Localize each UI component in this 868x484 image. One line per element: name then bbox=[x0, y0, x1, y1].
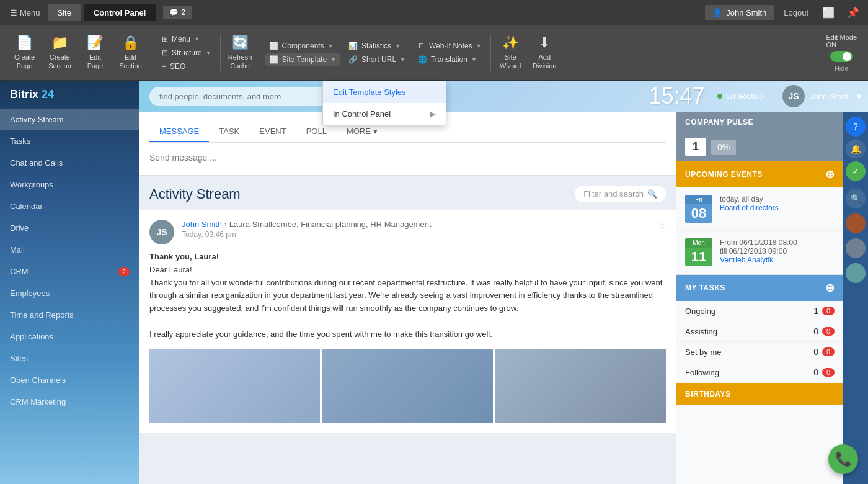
notification-badge[interactable]: 💬 2 bbox=[163, 6, 192, 19]
sidebar-item-calendar[interactable]: Calendar bbox=[0, 195, 140, 217]
menu-toggle[interactable]: ☰ Menu bbox=[5, 6, 45, 20]
sidebar-item-sites[interactable]: Sites bbox=[0, 347, 140, 369]
tab-message[interactable]: MESSAGE bbox=[149, 122, 209, 142]
toolbar-components-group: ⬜ Components ▼ ⬜ Site Template ▼ bbox=[263, 35, 342, 71]
structure-dropdown-button[interactable]: ⊟ Structure ▼ bbox=[158, 47, 215, 59]
control-panel-tab[interactable]: Control Panel bbox=[84, 4, 156, 21]
post-image-3 bbox=[495, 349, 666, 423]
bell-icon-button[interactable]: 🔔 bbox=[846, 139, 866, 159]
task-ongoing-label: Ongoing bbox=[685, 307, 715, 316]
header-avatar: JS bbox=[782, 85, 805, 107]
create-section-button[interactable]: 📁 CreateSection bbox=[43, 29, 77, 76]
sidebar-item-crm[interactable]: CRM 2 bbox=[0, 261, 140, 282]
statistics-chevron-icon: ▼ bbox=[395, 43, 401, 49]
components-chevron-icon: ▼ bbox=[328, 43, 334, 49]
filter-search-box[interactable]: Filter and search 🔍 bbox=[575, 186, 666, 202]
logout-button[interactable]: Logout bbox=[779, 6, 813, 20]
menu-dropdown-button[interactable]: ⊞ Menu ▼ bbox=[158, 33, 215, 45]
event-info-1: today, all day Board of directors bbox=[720, 195, 835, 212]
menu-label: Menu bbox=[20, 8, 40, 17]
edit-mode-toggle[interactable] bbox=[830, 51, 852, 62]
event-info-2: From 06/11/2018 08:00till 06/12/2018 09:… bbox=[720, 238, 835, 264]
create-page-button[interactable]: 📄 CreatePage bbox=[7, 29, 42, 76]
help-icon-button[interactable]: ? bbox=[846, 117, 866, 137]
add-event-button[interactable]: ⊕ bbox=[825, 168, 835, 181]
sidebar-item-workgroups[interactable]: Workgroups bbox=[0, 174, 140, 195]
post-image-2 bbox=[322, 349, 493, 423]
sidebar-item-applications[interactable]: Applications bbox=[0, 326, 140, 347]
task-assisting-count: 0 bbox=[806, 326, 818, 336]
task-following-counts: 0 0 bbox=[806, 367, 835, 377]
hide-link[interactable]: Hide bbox=[835, 65, 849, 72]
sidebar-item-drive[interactable]: Drive bbox=[0, 217, 140, 239]
my-tasks-section: MY TASKS ⊕ Ongoing 1 0 Assisting bbox=[676, 275, 843, 383]
toolbar-stats-group: 📊 Statistics ▼ 🔗 Short URL ▼ bbox=[342, 35, 412, 71]
sidebar-item-crm-marketing[interactable]: CRM Marketing bbox=[0, 391, 140, 413]
search-far-right-icon[interactable]: 🔍 bbox=[846, 189, 866, 208]
webit-notes-button[interactable]: 🗒 Web-It Notes ▼ bbox=[414, 40, 485, 52]
sidebar-item-chat-and-calls[interactable]: Chat and Calls bbox=[0, 152, 140, 174]
edit-template-styles-item[interactable]: Edit Template Styles bbox=[323, 81, 446, 103]
post-author[interactable]: John Smith bbox=[182, 220, 222, 229]
sidebar-item-employees[interactable]: Employees bbox=[0, 282, 140, 304]
event-title-2[interactable]: Vertrieb Analytik bbox=[720, 256, 835, 264]
site-tab[interactable]: Site bbox=[48, 4, 81, 21]
add-task-button[interactable]: ⊕ bbox=[825, 281, 835, 295]
sidebar-item-mail[interactable]: Mail bbox=[0, 239, 140, 261]
statistics-icon: 📊 bbox=[348, 42, 358, 50]
event-day-name-2: Mon bbox=[685, 238, 712, 248]
refresh-cache-label: RefreshCache bbox=[228, 53, 252, 69]
compose-input[interactable] bbox=[149, 150, 666, 165]
task-row-assisting: Assisting 0 0 bbox=[676, 321, 843, 342]
star-icon[interactable]: ☆ bbox=[657, 220, 666, 231]
pulse-area: 1 0% bbox=[676, 133, 843, 161]
short-url-button[interactable]: 🔗 Short URL ▼ bbox=[345, 53, 409, 66]
sidebar-item-time-and-reports[interactable]: Time and Reports bbox=[0, 304, 140, 326]
post-greeting: Thank you, Laura! bbox=[149, 252, 219, 261]
task-assisting-label: Assisting bbox=[685, 327, 717, 336]
toolbar-page-group: 📄 CreatePage 📁 CreateSection 📝 EditPage … bbox=[5, 25, 150, 80]
edit-section-label: EditSection bbox=[119, 53, 142, 69]
avatar-1[interactable] bbox=[846, 213, 866, 233]
event-title-1[interactable]: Board of directors bbox=[720, 204, 835, 212]
in-control-panel-item[interactable]: In Control Panel ▶ bbox=[323, 103, 446, 125]
create-section-icon: 📁 bbox=[51, 35, 68, 51]
tab-task[interactable]: TASK bbox=[209, 122, 249, 142]
avatar-3[interactable] bbox=[846, 263, 866, 283]
refresh-cache-button[interactable]: 🔄 RefreshCache bbox=[223, 29, 257, 76]
user-check-icon-button[interactable]: ✓ bbox=[846, 161, 866, 181]
crm-label: CRM bbox=[10, 267, 29, 276]
statistics-button[interactable]: 📊 Statistics ▼ bbox=[345, 40, 409, 52]
add-division-label: AddDivision bbox=[533, 53, 557, 69]
phone-fab-button[interactable]: 📞 bbox=[828, 444, 858, 474]
activity-main: MESSAGE TASK EVENT POLL MORE ▾ Activity … bbox=[140, 112, 676, 484]
edit-page-button[interactable]: 📝 EditPage bbox=[78, 29, 112, 76]
site-wizard-button[interactable]: ✨ SiteWizard bbox=[494, 29, 528, 76]
add-division-button[interactable]: ⬇ AddDivision bbox=[528, 29, 562, 76]
crm-marketing-label: CRM Marketing bbox=[10, 397, 66, 406]
menu-chevron-icon: ▼ bbox=[194, 36, 200, 42]
translation-button[interactable]: 🌐 Translation ▼ bbox=[414, 53, 485, 66]
header-user[interactable]: JS John Smith ▼ bbox=[777, 81, 868, 112]
sidebar-item-activity-stream[interactable]: Activity Stream bbox=[0, 109, 140, 130]
avatar-2[interactable] bbox=[846, 238, 866, 258]
birthdays-label: BIRTHDAYS bbox=[685, 390, 730, 398]
header-username: John Smith bbox=[810, 92, 850, 101]
pulse-number: 1 bbox=[685, 138, 706, 156]
company-pulse-section: COMPANY PULSE 1 0% bbox=[676, 112, 843, 161]
structure-chevron-icon: ▼ bbox=[206, 50, 211, 56]
seo-button[interactable]: ≡ SEO bbox=[158, 60, 215, 73]
task-assisting-badge: 0 bbox=[822, 327, 835, 336]
sites-label: Sites bbox=[10, 354, 28, 363]
site-wizard-label: SiteWizard bbox=[500, 53, 521, 69]
components-button[interactable]: ⬜ Components ▼ bbox=[265, 40, 340, 52]
edit-section-button[interactable]: 🔒 EditSection bbox=[113, 29, 148, 76]
tasks-area: Ongoing 1 0 Assisting 0 0 bbox=[676, 301, 843, 383]
pin-icon[interactable]: 📌 bbox=[843, 4, 863, 21]
sidebar-item-tasks[interactable]: Tasks bbox=[0, 130, 140, 152]
tab-event[interactable]: EVENT bbox=[249, 122, 296, 142]
monitor-icon[interactable]: ⬜ bbox=[818, 4, 838, 21]
user-button[interactable]: 👤 John Smith bbox=[705, 5, 774, 20]
sidebar-item-open-channels[interactable]: Open Channels bbox=[0, 369, 140, 391]
site-template-button[interactable]: ⬜ Site Template ▼ bbox=[265, 53, 340, 66]
